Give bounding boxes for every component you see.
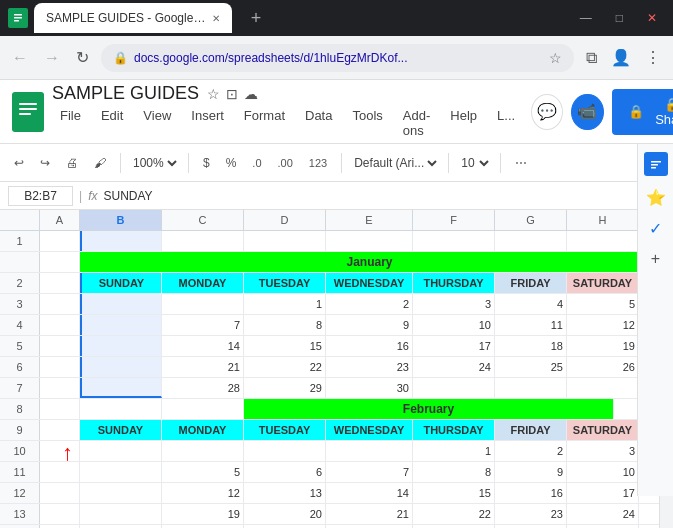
cell-h3[interactable]: 5 <box>567 294 639 314</box>
menu-icon[interactable]: ⋮ <box>641 44 665 71</box>
cell-d4[interactable]: 8 <box>244 315 326 335</box>
cell-d13[interactable]: 20 <box>244 504 326 524</box>
cell-g11[interactable]: 9 <box>495 462 567 482</box>
cell-c11[interactable]: 5 <box>162 462 244 482</box>
cell-c6[interactable]: 21 <box>162 357 244 377</box>
cell-e2[interactable]: WEDNESDAY <box>326 273 413 293</box>
cell-f4[interactable]: 10 <box>413 315 495 335</box>
cell-f7[interactable] <box>413 378 495 398</box>
cell-f5[interactable]: 17 <box>413 336 495 356</box>
formula-input[interactable] <box>103 189 665 203</box>
extensions-icon[interactable]: ⧉ <box>582 45 601 71</box>
menu-format[interactable]: Format <box>236 106 293 140</box>
cell-h5[interactable]: 19 <box>567 336 639 356</box>
cell-b4[interactable] <box>80 315 162 335</box>
cell-a1[interactable] <box>40 231 80 251</box>
address-bar[interactable]: 🔒 docs.google.com/spreadsheets/d/1hluEgz… <box>101 44 574 72</box>
share-button[interactable]: 🔒 🔒 Share <box>612 89 673 135</box>
comment-button[interactable]: 💬 <box>531 94 563 130</box>
col-header-a[interactable]: A <box>40 210 80 230</box>
col-header-g[interactable]: G <box>495 210 567 230</box>
cloud-icon[interactable]: ☁ <box>244 86 258 102</box>
cell-g5[interactable]: 18 <box>495 336 567 356</box>
cell-a7[interactable] <box>40 378 80 398</box>
cell-b11[interactable] <box>80 462 162 482</box>
cell-c2[interactable]: MONDAY <box>162 273 244 293</box>
cell-f12[interactable]: 15 <box>413 483 495 503</box>
cell-b6[interactable] <box>80 357 162 377</box>
right-panel-icon-1[interactable] <box>644 152 668 176</box>
cell-ref-input[interactable] <box>8 186 73 206</box>
cell-g6[interactable]: 25 <box>495 357 567 377</box>
decimal3-button[interactable]: 123 <box>303 154 333 172</box>
forward-button[interactable]: → <box>40 45 64 71</box>
cell-b8[interactable] <box>80 399 162 419</box>
cell-a6[interactable] <box>40 357 80 377</box>
cell-b5[interactable] <box>80 336 162 356</box>
menu-help[interactable]: Help <box>442 106 485 140</box>
cell-a5[interactable] <box>40 336 80 356</box>
cell-c1[interactable] <box>162 231 244 251</box>
cell-d9[interactable]: TUESDAY <box>244 420 326 440</box>
col-header-e[interactable]: E <box>326 210 413 230</box>
col-header-h[interactable]: H <box>567 210 639 230</box>
cell-a9[interactable] <box>40 420 80 440</box>
cell-g2[interactable]: FRIDAY <box>495 273 567 293</box>
cell-e9[interactable]: WEDNESDAY <box>326 420 413 440</box>
active-tab[interactable]: SAMPLE GUIDES - Google Sheets ✕ <box>34 3 232 33</box>
cell-c7[interactable]: 28 <box>162 378 244 398</box>
undo-button[interactable]: ↩ <box>8 153 30 173</box>
cell-e6[interactable]: 23 <box>326 357 413 377</box>
cell-g7[interactable] <box>495 378 567 398</box>
cell-h10[interactable]: 3 <box>567 441 639 461</box>
redo-button[interactable]: ↪ <box>34 153 56 173</box>
cell-d6[interactable]: 22 <box>244 357 326 377</box>
cell-g3[interactable]: 4 <box>495 294 567 314</box>
col-header-d[interactable]: D <box>244 210 326 230</box>
cell-e10[interactable] <box>326 441 413 461</box>
meet-button[interactable]: 📹 <box>571 94 603 130</box>
cell-b13[interactable] <box>80 504 162 524</box>
cell-f6[interactable]: 24 <box>413 357 495 377</box>
cell-a13[interactable] <box>40 504 80 524</box>
new-tab-button[interactable]: + <box>242 4 270 32</box>
col-header-f[interactable]: F <box>413 210 495 230</box>
paint-format-button[interactable]: 🖌 <box>88 153 112 173</box>
col-header-b[interactable]: B <box>80 210 162 230</box>
cell-h13[interactable]: 24 <box>567 504 639 524</box>
cell-f10[interactable]: 1 <box>413 441 495 461</box>
cell-a8[interactable] <box>40 399 80 419</box>
cell-d2[interactable]: TUESDAY <box>244 273 326 293</box>
cell-d7[interactable]: 29 <box>244 378 326 398</box>
cell-g12[interactable]: 16 <box>495 483 567 503</box>
right-panel-icon-3[interactable]: ✓ <box>649 219 662 238</box>
col-header-c[interactable]: C <box>162 210 244 230</box>
cell-d5[interactable]: 15 <box>244 336 326 356</box>
cell-e5[interactable]: 16 <box>326 336 413 356</box>
cell-e4[interactable]: 9 <box>326 315 413 335</box>
cell-h2[interactable]: SATURDAY <box>567 273 639 293</box>
cell-b12[interactable] <box>80 483 162 503</box>
cell-a12[interactable] <box>40 483 80 503</box>
cell-b10[interactable] <box>80 441 162 461</box>
menu-addons[interactable]: Add-ons <box>395 106 438 140</box>
cell-h12[interactable]: 17 <box>567 483 639 503</box>
cell-e13[interactable]: 21 <box>326 504 413 524</box>
maximize-button[interactable]: □ <box>608 7 631 29</box>
cell-e11[interactable]: 7 <box>326 462 413 482</box>
cell-e1[interactable] <box>326 231 413 251</box>
menu-tools[interactable]: Tools <box>344 106 390 140</box>
cell-e12[interactable]: 14 <box>326 483 413 503</box>
close-button[interactable]: ✕ <box>639 7 665 29</box>
cell-h6[interactable]: 26 <box>567 357 639 377</box>
cell-f11[interactable]: 8 <box>413 462 495 482</box>
cell-g1[interactable] <box>495 231 567 251</box>
cell-h4[interactable]: 12 <box>567 315 639 335</box>
cell-c9[interactable]: MONDAY <box>162 420 244 440</box>
minimize-button[interactable]: — <box>572 7 600 29</box>
cell-c3[interactable] <box>162 294 244 314</box>
cell-e3[interactable]: 2 <box>326 294 413 314</box>
cell-h1[interactable] <box>567 231 639 251</box>
more-button[interactable]: ⋯ <box>509 153 533 173</box>
menu-l[interactable]: L... <box>489 106 523 140</box>
